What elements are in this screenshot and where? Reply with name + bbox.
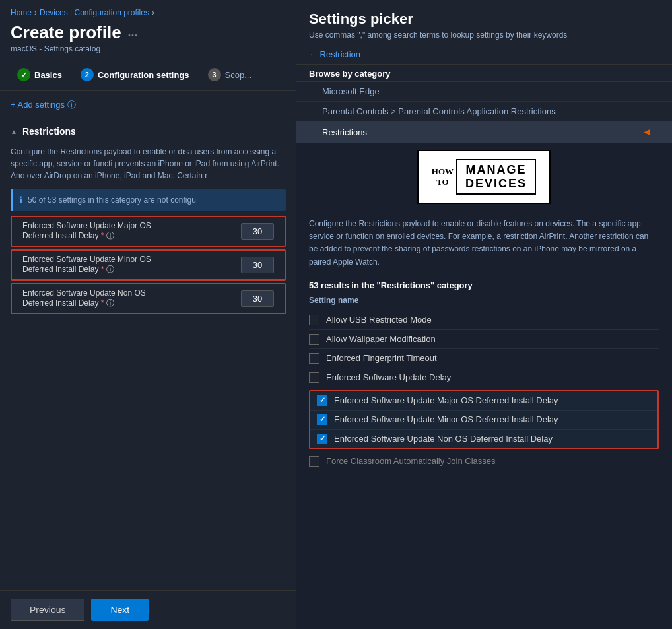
- logo-to: TO: [436, 177, 449, 187]
- setting-input-non-os[interactable]: [241, 290, 274, 307]
- add-settings-link[interactable]: + Add settings ⓘ: [0, 91, 296, 119]
- checkbox-allow-usb[interactable]: [309, 315, 319, 325]
- info-icon: ℹ: [19, 195, 22, 205]
- page-subtitle: macOS - Settings catalog: [0, 43, 296, 59]
- setting-name-enforced-minor: Enforced Software Update Minor OS Deferr…: [334, 414, 558, 424]
- info-banner: ℹ 50 of 53 settings in this category are…: [11, 189, 286, 211]
- tab-config-circle: 2: [81, 68, 94, 81]
- breadcrumb-home[interactable]: Home: [11, 8, 32, 17]
- checkbox-fingerprint[interactable]: [309, 353, 319, 364]
- breadcrumb-sep2: ›: [152, 8, 154, 17]
- setting-name-allow-usb: Allow USB Restricted Mode: [326, 315, 432, 325]
- category-restrictions-label: Restrictions: [322, 127, 367, 137]
- setting-item-enforced-minor: Enforced Software Update Minor OS Deferr…: [310, 411, 657, 430]
- right-panel: Settings picker Use commas "," among sea…: [296, 0, 672, 629]
- results-header: 53 results in the "Restrictions" categor…: [296, 275, 672, 293]
- tab-basics-label: Basics: [34, 70, 62, 80]
- required-star-major: *: [101, 231, 104, 240]
- setting-label-non-os: Enforced Software Update Non OSDeferred …: [22, 288, 146, 309]
- browse-by-category-header: Browse by category: [296, 65, 672, 82]
- page-title-ellipsis: ...: [128, 26, 138, 40]
- setting-item-allow-usb: Allow USB Restricted Mode: [309, 311, 659, 330]
- breadcrumb: Home › Devices | Configuration profiles …: [0, 0, 296, 21]
- breadcrumb-sep1: ›: [34, 8, 37, 17]
- collapse-icon[interactable]: ▲: [11, 128, 17, 135]
- checkbox-allow-wallpaper[interactable]: [309, 334, 319, 345]
- setting-item-allow-wallpaper: Allow Wallpaper Modification: [309, 330, 659, 349]
- logo-how: HOW: [432, 166, 454, 177]
- required-star-non-os: *: [101, 298, 104, 308]
- logo-devices: DEVICES: [465, 177, 527, 191]
- logo-container: HOW TO MANAGE DEVICES: [296, 143, 672, 211]
- category-item-restriction-back[interactable]: ← Restriction: [296, 45, 672, 65]
- section-title: Restrictions: [22, 126, 76, 137]
- setting-item-sw-delay: Enforced Software Update Delay: [309, 368, 659, 387]
- highlighted-group: Enforced Software Update Major OS Deferr…: [309, 390, 659, 449]
- category-item-parental-controls[interactable]: Parental Controls > Parental Controls Ap…: [296, 102, 672, 121]
- setting-name-fingerprint: Enforced Fingerprint Timeout: [326, 353, 437, 363]
- required-star-minor: *: [101, 265, 104, 274]
- setting-item-enforced-major: Enforced Software Update Major OS Deferr…: [310, 391, 657, 411]
- info-banner-text: 50 of 53 settings in this category are n…: [28, 195, 196, 205]
- picker-header: Settings picker Use commas "," among sea…: [296, 0, 672, 45]
- page-title: Create profile ...: [0, 21, 296, 43]
- section-description: Configure the Restrictions payload to en…: [0, 143, 296, 187]
- setting-item-force-classroom: Force Classroom Automatically Join Class…: [309, 452, 659, 471]
- left-panel: Home › Devices | Configuration profiles …: [0, 0, 297, 629]
- section-header: ▲ Restrictions: [0, 119, 296, 143]
- tab-basics[interactable]: ✓ Basics: [11, 64, 69, 85]
- tab-config-label: Configuration settings: [98, 70, 189, 80]
- tab-scope[interactable]: 3 Scop...: [201, 64, 258, 85]
- previous-button[interactable]: Previous: [11, 599, 84, 621]
- tab-config[interactable]: 2 Configuration settings: [74, 64, 196, 85]
- checkbox-enforced-major[interactable]: [317, 395, 327, 406]
- setting-input-minor[interactable]: [241, 257, 274, 273]
- setting-name-sw-delay: Enforced Software Update Delay: [326, 372, 451, 382]
- setting-label-minor: Enforced Software Update Minor OSDeferre…: [22, 255, 151, 275]
- category-list: ← Restriction Browse by category Microso…: [296, 45, 672, 143]
- setting-input-major[interactable]: [241, 223, 274, 240]
- tab-scope-label: Scop...: [225, 70, 252, 80]
- setting-name-force-classroom: Force Classroom Automatically Join Class…: [326, 456, 495, 466]
- checkbox-enforced-non-os[interactable]: [317, 434, 327, 444]
- setting-row-major: Enforced Software Update Major OSDeferre…: [11, 216, 286, 247]
- tab-basics-circle: ✓: [17, 68, 30, 81]
- setting-name-allow-wallpaper: Allow Wallpaper Modification: [326, 334, 436, 344]
- tabs-container: ✓ Basics 2 Configuration settings 3 Scop…: [0, 59, 296, 91]
- setting-item-fingerprint: Enforced Fingerprint Timeout: [309, 349, 659, 368]
- bottom-buttons: Previous Next: [0, 590, 297, 629]
- tab-scope-circle: 3: [208, 68, 221, 81]
- picker-title: Settings picker: [309, 11, 659, 28]
- setting-row-minor: Enforced Software Update Minor OSDeferre…: [11, 249, 286, 281]
- checkbox-force-classroom[interactable]: [309, 456, 319, 467]
- checkbox-enforced-minor[interactable]: [317, 414, 327, 425]
- col-header-setting-name: Setting name: [309, 293, 659, 308]
- setting-label-major: Enforced Software Update Major OSDeferre…: [22, 221, 151, 242]
- category-item-microsoft-edge[interactable]: Microsoft Edge: [296, 82, 672, 102]
- setting-row-non-os: Enforced Software Update Non OSDeferred …: [11, 283, 286, 314]
- category-restrictions-arrow: ◄: [642, 126, 652, 138]
- logo-manage: MANAGE: [466, 163, 527, 177]
- setting-name-enforced-non-os: Enforced Software Update Non OS Deferred…: [334, 434, 553, 444]
- settings-table: Setting name Allow USB Restricted Mode A…: [296, 293, 672, 387]
- category-item-restrictions[interactable]: Restrictions ◄: [296, 121, 672, 143]
- breadcrumb-devices[interactable]: Devices | Configuration profiles: [40, 8, 149, 17]
- settings-table-extra: Force Classroom Automatically Join Class…: [296, 452, 672, 471]
- setting-name-enforced-major: Enforced Software Update Major OS Deferr…: [334, 395, 558, 405]
- checkbox-sw-delay[interactable]: [309, 372, 319, 383]
- picker-subtitle: Use commas "," among search terms to loo…: [309, 30, 659, 40]
- picker-description: Configure the Restrictions payload to en…: [296, 211, 672, 275]
- setting-item-enforced-non-os: Enforced Software Update Non OS Deferred…: [310, 430, 657, 448]
- next-button[interactable]: Next: [91, 599, 149, 621]
